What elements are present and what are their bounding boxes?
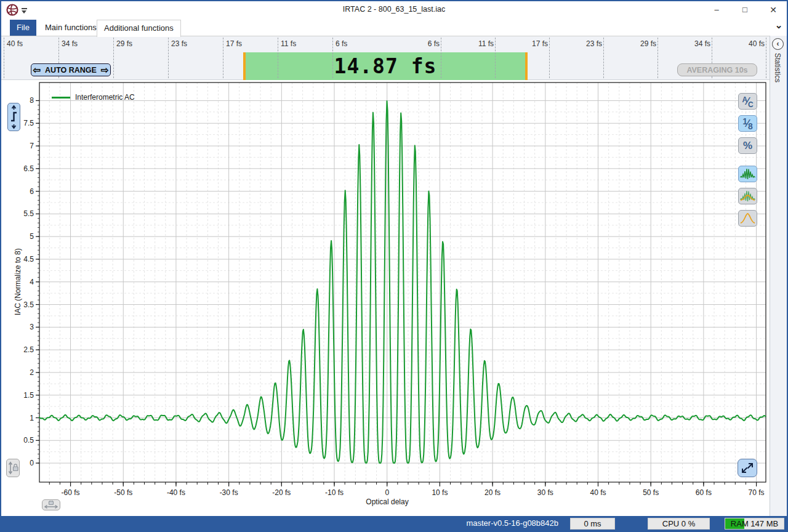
ruler-tick-label: 29 fs [640, 39, 656, 48]
intensity-ac-icon [740, 190, 755, 203]
x-axis-title: Optical delay [326, 498, 449, 506]
ruler-tick: 40 fs [766, 38, 766, 78]
ruler-tick-label: 11 fs [281, 39, 296, 48]
svg-text:6.5: 6.5 [23, 164, 34, 173]
ruler-tick: 29 fs [657, 38, 658, 78]
svg-text:6: 6 [30, 187, 34, 196]
ruler-tick-label: 11 fs [478, 39, 494, 48]
averaging-button[interactable]: AVERAGING 10s [677, 63, 757, 76]
interferometric-trace-icon [740, 167, 755, 180]
iac-plot-canvas[interactable]: -60 fs-50 fs-40 fs-30 fs-20 fs-10 fs010 … [1, 80, 770, 516]
x-axis-lock-button[interactable] [42, 499, 60, 510]
intensity-ac-trace-button[interactable] [738, 188, 757, 204]
ruler-tick: 6 fs [332, 38, 333, 78]
tab-file[interactable]: File [10, 20, 36, 36]
svg-text:70 fs: 70 fs [749, 488, 765, 497]
auto-range-right-arrow-icon: ⇨ [101, 65, 109, 75]
title-bar: IRTAC 2 - 800_63_15_last.iac – □ ✕ [1, 1, 787, 18]
svg-text:5.5: 5.5 [23, 209, 34, 218]
ruler-tick-label: 23 fs [171, 39, 187, 48]
menu-tab-bar: File Main functions Additional functions… [1, 18, 787, 36]
maximize-button[interactable]: □ [734, 2, 755, 17]
gaussian-curve-icon [740, 212, 755, 225]
auto-range-left-arrow-icon: ⇦ [33, 65, 41, 75]
svg-text:4: 4 [30, 278, 34, 286]
ruler-tick: 23 fs [168, 38, 169, 78]
pulse-width-readout: 14.87 fs [243, 52, 528, 80]
close-button[interactable]: ✕ [763, 2, 784, 17]
svg-text:4.5: 4.5 [23, 255, 34, 264]
svg-text:0.5: 0.5 [23, 436, 34, 445]
expand-arrows-icon [741, 461, 754, 475]
svg-text:20 fs: 20 fs [484, 488, 501, 497]
svg-text:3: 3 [30, 323, 34, 331]
svg-text:1: 1 [30, 414, 34, 422]
percent-label: % [743, 140, 752, 152]
legend-line-swatch [52, 97, 70, 99]
collapse-ribbon-icon[interactable]: ⌄ [773, 21, 784, 32]
ruler-tick: 23 fs [603, 38, 604, 78]
ac-ratio-label: A⁄C [742, 96, 753, 107]
svg-text:5: 5 [30, 232, 34, 241]
ruler-tick: 40 fs [4, 38, 4, 78]
measurement-ruler-panel: 14.87 fs 40 fs34 fs29 fs23 fs17 fs11 fs6… [1, 36, 787, 80]
svg-text:60 fs: 60 fs [696, 488, 712, 497]
svg-text:-60 fs: -60 fs [62, 488, 80, 497]
ruler-tick: 11 fs [278, 38, 278, 78]
ruler-tick-label: 6 fs [428, 39, 440, 48]
auto-range-label: AUTO RANGE [45, 66, 97, 75]
svg-text:7: 7 [30, 142, 34, 150]
percent-button[interactable]: % [738, 137, 757, 154]
ruler-tick-label: 6 fs [336, 39, 347, 48]
svg-text:40 fs: 40 fs [590, 488, 606, 497]
svg-text:-40 fs: -40 fs [167, 488, 185, 497]
svg-text:2: 2 [30, 368, 34, 377]
svg-text:1.5: 1.5 [23, 391, 34, 400]
svg-text:8: 8 [30, 96, 34, 105]
expand-fullscreen-button[interactable] [738, 459, 757, 477]
svg-text:3.5: 3.5 [23, 300, 34, 309]
ruler-tick: 17 fs [223, 38, 223, 78]
ruler-tick-label: 40 fs [7, 39, 23, 48]
ac-ratio-button[interactable]: A⁄C [738, 93, 757, 110]
one-eighth-normalize-button[interactable]: 1⁄8 [738, 115, 757, 132]
chart-area: -60 fs-50 fs-40 fs-30 fs-20 fs-10 fs010 … [1, 80, 770, 516]
tab-main-functions[interactable]: Main functions [38, 20, 103, 36]
latency-indicator: 0 ms [570, 518, 615, 530]
ruler-tick-label: 34 fs [694, 39, 710, 48]
tab-additional-functions[interactable]: Additional functions [97, 20, 181, 37]
ruler-tick-label: 29 fs [116, 39, 132, 48]
interferometric-trace-button[interactable] [738, 166, 757, 182]
svg-text:-10 fs: -10 fs [325, 488, 344, 497]
svg-text:0: 0 [30, 459, 34, 467]
ruler-tick-label: 34 fs [62, 39, 78, 48]
minimize-button[interactable]: – [706, 2, 727, 17]
status-bar: master-v0.5-16-g08b842b 0 ms CPU 0 % RAM… [0, 516, 788, 532]
ruler-tick-label: 40 fs [749, 39, 765, 48]
one-eighth-label: 1⁄8 [742, 118, 752, 129]
ruler-tick: 6 fs [441, 38, 441, 78]
svg-text:-50 fs: -50 fs [114, 488, 132, 497]
svg-text:10 fs: 10 fs [432, 488, 448, 497]
statistics-expand-chevron-icon[interactable]: ‹ [772, 38, 784, 50]
cpu-indicator: CPU 0 % [648, 518, 710, 530]
ruler-tick-label: 23 fs [586, 39, 602, 48]
ruler-tick: 29 fs [113, 38, 114, 78]
autoscale-y-button[interactable] [7, 103, 20, 131]
y-axis-lock-button[interactable] [6, 459, 20, 477]
ruler-tick-label: 17 fs [226, 39, 242, 48]
auto-range-button[interactable]: ⇦ AUTO RANGE ⇨ [31, 63, 111, 76]
ram-indicator: RAM 147 MB [725, 518, 784, 530]
statistics-panel-label: Statistics [773, 53, 782, 83]
svg-text:2.5: 2.5 [23, 345, 34, 354]
autoscale-y-icon [9, 105, 18, 129]
svg-text:-30 fs: -30 fs [220, 488, 238, 497]
svg-text:50 fs: 50 fs [643, 488, 659, 497]
legend-series-name: Interferometric AC [75, 93, 135, 102]
legend: Interferometric AC [52, 93, 135, 102]
ruler-tick: 17 fs [549, 38, 550, 78]
x-lock-icon [44, 501, 58, 509]
svg-text:30 fs: 30 fs [537, 488, 553, 497]
statistics-panel-strip: ‹ Statistics [770, 36, 787, 516]
gaussian-fit-button[interactable] [738, 210, 757, 227]
